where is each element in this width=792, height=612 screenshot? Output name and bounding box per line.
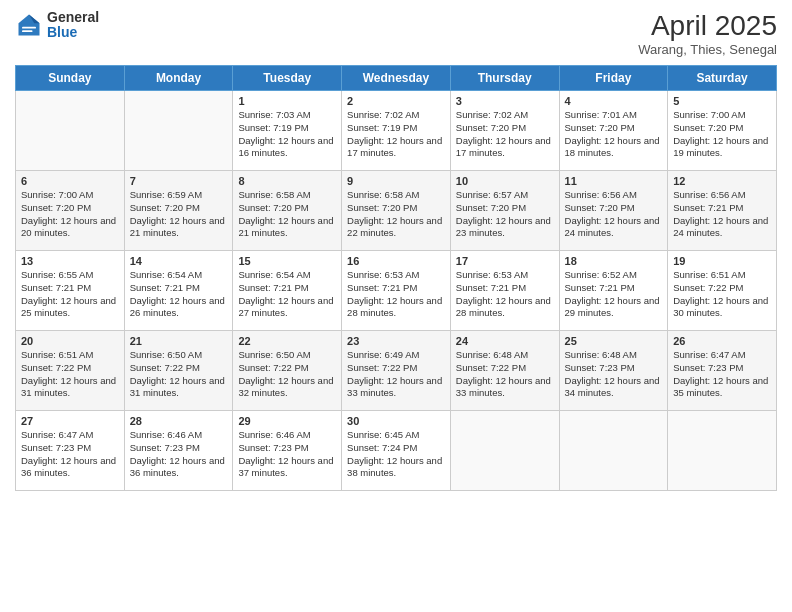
- day-number: 2: [347, 95, 445, 107]
- day-info: Sunrise: 7:01 AM Sunset: 7:20 PM Dayligh…: [565, 109, 663, 160]
- calendar-cell: 20Sunrise: 6:51 AM Sunset: 7:22 PM Dayli…: [16, 331, 125, 411]
- day-number: 20: [21, 335, 119, 347]
- day-info: Sunrise: 6:58 AM Sunset: 7:20 PM Dayligh…: [347, 189, 445, 240]
- day-number: 16: [347, 255, 445, 267]
- calendar-cell: 14Sunrise: 6:54 AM Sunset: 7:21 PM Dayli…: [124, 251, 233, 331]
- day-number: 22: [238, 335, 336, 347]
- day-info: Sunrise: 6:51 AM Sunset: 7:22 PM Dayligh…: [673, 269, 771, 320]
- day-info: Sunrise: 6:54 AM Sunset: 7:21 PM Dayligh…: [238, 269, 336, 320]
- logo-general-text: General: [47, 10, 99, 25]
- day-number: 10: [456, 175, 554, 187]
- calendar-cell: 24Sunrise: 6:48 AM Sunset: 7:22 PM Dayli…: [450, 331, 559, 411]
- header-friday: Friday: [559, 66, 668, 91]
- day-info: Sunrise: 6:53 AM Sunset: 7:21 PM Dayligh…: [347, 269, 445, 320]
- week-row-5: 27Sunrise: 6:47 AM Sunset: 7:23 PM Dayli…: [16, 411, 777, 491]
- day-number: 17: [456, 255, 554, 267]
- day-number: 24: [456, 335, 554, 347]
- day-info: Sunrise: 6:55 AM Sunset: 7:21 PM Dayligh…: [21, 269, 119, 320]
- day-number: 9: [347, 175, 445, 187]
- calendar-cell: 7Sunrise: 6:59 AM Sunset: 7:20 PM Daylig…: [124, 171, 233, 251]
- calendar-table: Sunday Monday Tuesday Wednesday Thursday…: [15, 65, 777, 491]
- day-info: Sunrise: 7:00 AM Sunset: 7:20 PM Dayligh…: [673, 109, 771, 160]
- calendar-cell: 16Sunrise: 6:53 AM Sunset: 7:21 PM Dayli…: [342, 251, 451, 331]
- day-number: 18: [565, 255, 663, 267]
- header-sunday: Sunday: [16, 66, 125, 91]
- calendar-cell: [124, 91, 233, 171]
- day-info: Sunrise: 6:57 AM Sunset: 7:20 PM Dayligh…: [456, 189, 554, 240]
- header: General Blue April 2025 Warang, Thies, S…: [15, 10, 777, 57]
- weekday-header-row: Sunday Monday Tuesday Wednesday Thursday…: [16, 66, 777, 91]
- calendar-cell: 17Sunrise: 6:53 AM Sunset: 7:21 PM Dayli…: [450, 251, 559, 331]
- title-month: April 2025: [638, 10, 777, 42]
- day-number: 12: [673, 175, 771, 187]
- day-number: 13: [21, 255, 119, 267]
- calendar-cell: 4Sunrise: 7:01 AM Sunset: 7:20 PM Daylig…: [559, 91, 668, 171]
- calendar-cell: [450, 411, 559, 491]
- day-info: Sunrise: 6:58 AM Sunset: 7:20 PM Dayligh…: [238, 189, 336, 240]
- calendar-cell: 27Sunrise: 6:47 AM Sunset: 7:23 PM Dayli…: [16, 411, 125, 491]
- calendar-cell: 2Sunrise: 7:02 AM Sunset: 7:19 PM Daylig…: [342, 91, 451, 171]
- day-info: Sunrise: 6:56 AM Sunset: 7:21 PM Dayligh…: [673, 189, 771, 240]
- day-info: Sunrise: 7:00 AM Sunset: 7:20 PM Dayligh…: [21, 189, 119, 240]
- week-row-3: 13Sunrise: 6:55 AM Sunset: 7:21 PM Dayli…: [16, 251, 777, 331]
- logo-text: General Blue: [47, 10, 99, 41]
- header-wednesday: Wednesday: [342, 66, 451, 91]
- week-row-4: 20Sunrise: 6:51 AM Sunset: 7:22 PM Dayli…: [16, 331, 777, 411]
- calendar-cell: 10Sunrise: 6:57 AM Sunset: 7:20 PM Dayli…: [450, 171, 559, 251]
- calendar-cell: 23Sunrise: 6:49 AM Sunset: 7:22 PM Dayli…: [342, 331, 451, 411]
- week-row-1: 1Sunrise: 7:03 AM Sunset: 7:19 PM Daylig…: [16, 91, 777, 171]
- header-tuesday: Tuesday: [233, 66, 342, 91]
- logo-blue-text: Blue: [47, 25, 99, 40]
- day-number: 14: [130, 255, 228, 267]
- day-info: Sunrise: 6:47 AM Sunset: 7:23 PM Dayligh…: [21, 429, 119, 480]
- day-number: 3: [456, 95, 554, 107]
- day-info: Sunrise: 6:48 AM Sunset: 7:23 PM Dayligh…: [565, 349, 663, 400]
- day-number: 6: [21, 175, 119, 187]
- day-number: 15: [238, 255, 336, 267]
- day-number: 4: [565, 95, 663, 107]
- day-info: Sunrise: 6:49 AM Sunset: 7:22 PM Dayligh…: [347, 349, 445, 400]
- day-info: Sunrise: 6:48 AM Sunset: 7:22 PM Dayligh…: [456, 349, 554, 400]
- day-info: Sunrise: 7:02 AM Sunset: 7:19 PM Dayligh…: [347, 109, 445, 160]
- calendar-cell: 30Sunrise: 6:45 AM Sunset: 7:24 PM Dayli…: [342, 411, 451, 491]
- day-number: 11: [565, 175, 663, 187]
- calendar-cell: [16, 91, 125, 171]
- day-number: 28: [130, 415, 228, 427]
- day-number: 26: [673, 335, 771, 347]
- title-block: April 2025 Warang, Thies, Senegal: [638, 10, 777, 57]
- page: General Blue April 2025 Warang, Thies, S…: [0, 0, 792, 612]
- day-info: Sunrise: 7:02 AM Sunset: 7:20 PM Dayligh…: [456, 109, 554, 160]
- calendar-cell: 3Sunrise: 7:02 AM Sunset: 7:20 PM Daylig…: [450, 91, 559, 171]
- day-number: 25: [565, 335, 663, 347]
- calendar-cell: 9Sunrise: 6:58 AM Sunset: 7:20 PM Daylig…: [342, 171, 451, 251]
- day-info: Sunrise: 6:50 AM Sunset: 7:22 PM Dayligh…: [238, 349, 336, 400]
- day-info: Sunrise: 6:52 AM Sunset: 7:21 PM Dayligh…: [565, 269, 663, 320]
- day-info: Sunrise: 6:53 AM Sunset: 7:21 PM Dayligh…: [456, 269, 554, 320]
- day-number: 21: [130, 335, 228, 347]
- calendar-cell: 11Sunrise: 6:56 AM Sunset: 7:20 PM Dayli…: [559, 171, 668, 251]
- calendar-cell: 22Sunrise: 6:50 AM Sunset: 7:22 PM Dayli…: [233, 331, 342, 411]
- calendar-cell: [668, 411, 777, 491]
- calendar-cell: 29Sunrise: 6:46 AM Sunset: 7:23 PM Dayli…: [233, 411, 342, 491]
- day-info: Sunrise: 6:50 AM Sunset: 7:22 PM Dayligh…: [130, 349, 228, 400]
- day-info: Sunrise: 6:47 AM Sunset: 7:23 PM Dayligh…: [673, 349, 771, 400]
- day-number: 8: [238, 175, 336, 187]
- day-number: 7: [130, 175, 228, 187]
- header-monday: Monday: [124, 66, 233, 91]
- logo: General Blue: [15, 10, 99, 41]
- header-saturday: Saturday: [668, 66, 777, 91]
- calendar-cell: 12Sunrise: 6:56 AM Sunset: 7:21 PM Dayli…: [668, 171, 777, 251]
- calendar-cell: 28Sunrise: 6:46 AM Sunset: 7:23 PM Dayli…: [124, 411, 233, 491]
- calendar-cell: 18Sunrise: 6:52 AM Sunset: 7:21 PM Dayli…: [559, 251, 668, 331]
- day-info: Sunrise: 6:56 AM Sunset: 7:20 PM Dayligh…: [565, 189, 663, 240]
- logo-icon: [15, 11, 43, 39]
- calendar-cell: 25Sunrise: 6:48 AM Sunset: 7:23 PM Dayli…: [559, 331, 668, 411]
- calendar-cell: 6Sunrise: 7:00 AM Sunset: 7:20 PM Daylig…: [16, 171, 125, 251]
- calendar-cell: [559, 411, 668, 491]
- calendar-cell: 1Sunrise: 7:03 AM Sunset: 7:19 PM Daylig…: [233, 91, 342, 171]
- svg-marker-0: [19, 15, 40, 36]
- day-info: Sunrise: 6:59 AM Sunset: 7:20 PM Dayligh…: [130, 189, 228, 240]
- day-number: 5: [673, 95, 771, 107]
- day-info: Sunrise: 6:45 AM Sunset: 7:24 PM Dayligh…: [347, 429, 445, 480]
- svg-rect-3: [22, 31, 33, 33]
